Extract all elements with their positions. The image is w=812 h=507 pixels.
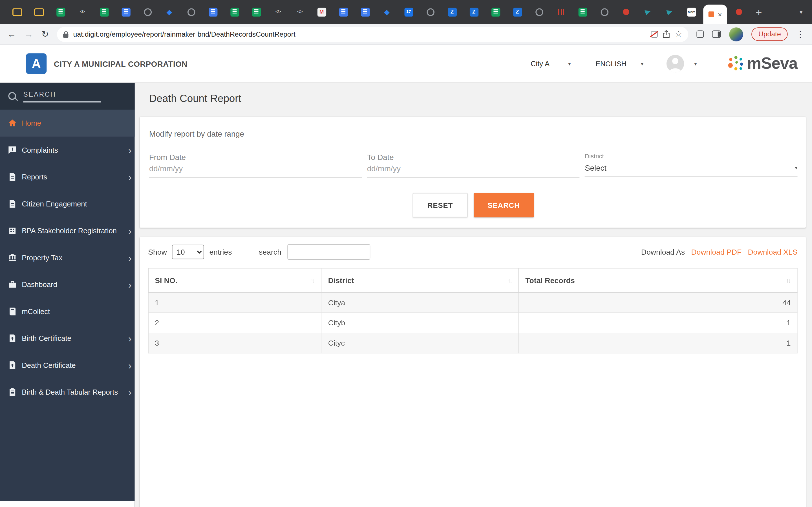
sidebar-item-mcollect[interactable]: mCollect bbox=[0, 298, 135, 325]
pinned-tab[interactable] bbox=[728, 0, 750, 24]
sidebar-item-birth-certificate[interactable]: Birth Certificate › bbox=[0, 325, 135, 352]
pinned-tab[interactable]: M bbox=[311, 0, 333, 24]
pinned-tab[interactable]: Z bbox=[506, 0, 528, 24]
active-tab[interactable]: × bbox=[703, 5, 727, 24]
sidebar-item-bpa-stakeholder-registration[interactable]: BPA Stakeholder Registration › bbox=[0, 217, 135, 244]
sidebar-item-citizen-engagement[interactable]: Citizen Engagement bbox=[0, 190, 135, 217]
tab-search-chevron-icon[interactable]: ▾ bbox=[800, 8, 806, 15]
pinned-tab[interactable]: Z bbox=[463, 0, 485, 24]
sort-icon[interactable]: ↑↓ bbox=[786, 277, 791, 283]
download-pdf-link[interactable]: Download PDF bbox=[691, 248, 742, 256]
share-icon[interactable] bbox=[662, 30, 670, 38]
pinned-tab[interactable] bbox=[419, 0, 441, 24]
cell-slno: 3 bbox=[148, 333, 321, 353]
browser-menu-icon[interactable]: ⋮ bbox=[796, 30, 805, 39]
url-text[interactable]: uat.digit.org/employee/report/rainmaker-… bbox=[73, 30, 646, 38]
tab-favicon-icon bbox=[491, 8, 500, 16]
reset-button[interactable]: RESET bbox=[413, 193, 467, 217]
column-header-total-records[interactable]: Total Records↑↓ bbox=[519, 268, 797, 292]
pinned-tab[interactable] bbox=[550, 0, 572, 24]
pinned-tab[interactable]: Z bbox=[441, 0, 463, 24]
sidebar-item-home[interactable]: Home bbox=[0, 110, 135, 136]
chevron-right-icon: › bbox=[128, 145, 132, 155]
sidebar-item-dashboard[interactable]: Dashboard › bbox=[0, 271, 135, 298]
table-search-input[interactable] bbox=[288, 244, 370, 260]
sort-icon[interactable]: ↑↓ bbox=[310, 277, 315, 283]
sidebar-item-death-certificate[interactable]: Death Certificate › bbox=[0, 352, 135, 379]
building-icon bbox=[8, 226, 17, 235]
from-date-field[interactable]: From Date bbox=[149, 153, 362, 177]
cell-total-records: 1 bbox=[519, 333, 797, 353]
chrome-update-button[interactable]: Update bbox=[752, 27, 788, 41]
to-date-field[interactable]: To Date bbox=[367, 153, 580, 177]
pinned-tab[interactable] bbox=[594, 0, 615, 24]
entries-label: entries bbox=[209, 248, 232, 256]
user-menu[interactable]: ▾ bbox=[666, 55, 697, 72]
site-info-lock-icon[interactable] bbox=[63, 33, 68, 38]
search-button[interactable]: SEARCH bbox=[474, 193, 534, 217]
pinned-tab[interactable]: ◆ bbox=[158, 0, 180, 24]
pinned-tab[interactable]: </> bbox=[267, 0, 289, 24]
pinned-tab[interactable] bbox=[223, 0, 245, 24]
pinned-tab[interactable] bbox=[333, 0, 354, 24]
tab-favicon-icon: Z bbox=[469, 8, 478, 16]
pinned-tab[interactable] bbox=[202, 0, 223, 24]
pinned-tab[interactable] bbox=[485, 0, 506, 24]
sidebar-item-property-tax[interactable]: Property Tax › bbox=[0, 244, 135, 271]
pinned-tabs bbox=[728, 0, 750, 24]
page-size-select[interactable]: 10 bbox=[172, 245, 204, 259]
pinned-tab[interactable] bbox=[615, 0, 637, 24]
sidebar: Home Complaints › Reports › Citizen Enga… bbox=[0, 82, 135, 507]
back-icon[interactable]: ← bbox=[7, 30, 16, 39]
side-panel-icon[interactable] bbox=[712, 31, 721, 38]
address-bar[interactable]: uat.digit.org/employee/report/rainmaker-… bbox=[57, 27, 689, 42]
column-header-district[interactable]: District↑↓ bbox=[322, 268, 519, 292]
cell-slno: 2 bbox=[148, 313, 321, 333]
pinned-tab[interactable] bbox=[246, 0, 267, 24]
table-search-label: search bbox=[259, 248, 282, 256]
city-selector[interactable]: City A ▾ bbox=[530, 59, 571, 68]
pinned-tab[interactable]: ◆ bbox=[376, 0, 398, 24]
pinned-tab[interactable] bbox=[528, 0, 550, 24]
forward-icon[interactable]: → bbox=[24, 30, 33, 39]
sidebar-item-birth-death-tabular-reports[interactable]: Birth & Death Tabular Reports › bbox=[0, 379, 135, 406]
results-card: Show 10 entries search Download As Downl… bbox=[140, 237, 806, 507]
district-select[interactable]: District Select ▾ bbox=[585, 153, 797, 177]
pinned-tab[interactable] bbox=[28, 0, 50, 24]
pinned-tab[interactable] bbox=[354, 0, 376, 24]
pinned-tab[interactable] bbox=[115, 0, 137, 24]
reload-icon[interactable]: ↻ bbox=[42, 30, 49, 39]
bookmark-star-icon[interactable]: ☆ bbox=[675, 30, 682, 38]
sort-icon[interactable]: ↑↓ bbox=[508, 277, 513, 283]
tab-close-icon[interactable]: × bbox=[718, 11, 722, 18]
reading-list-icon[interactable] bbox=[697, 31, 704, 38]
page-title: Death Count Report bbox=[149, 93, 812, 105]
sidebar-item-label: Birth Certificate bbox=[22, 334, 121, 342]
language-selector[interactable]: ENGLISH ▾ bbox=[596, 60, 644, 68]
pinned-tab[interactable]: 17 bbox=[398, 0, 419, 24]
blocked-permission-icon[interactable] bbox=[651, 31, 658, 38]
tab-favicon-icon bbox=[426, 8, 435, 16]
browser-profile-avatar[interactable] bbox=[729, 27, 744, 41]
download-xls-link[interactable]: Download XLS bbox=[748, 248, 797, 256]
sidebar-item-complaints[interactable]: Complaints › bbox=[0, 136, 135, 164]
pinned-tab[interactable]: </> bbox=[289, 0, 311, 24]
to-date-input[interactable] bbox=[367, 163, 580, 177]
pinned-tab[interactable]: </> bbox=[71, 0, 93, 24]
pinned-tab[interactable] bbox=[6, 0, 28, 24]
pinned-tab[interactable] bbox=[50, 0, 71, 24]
new-tab-button[interactable]: + bbox=[750, 6, 767, 17]
sidebar-search-input[interactable] bbox=[23, 90, 101, 103]
pinned-tab[interactable] bbox=[637, 0, 659, 24]
pinned-tab[interactable] bbox=[572, 0, 594, 24]
sidebar-item-reports[interactable]: Reports › bbox=[0, 163, 135, 190]
from-date-input[interactable] bbox=[149, 163, 362, 177]
pinned-tab[interactable] bbox=[137, 0, 158, 24]
active-tab-favicon-icon bbox=[709, 11, 714, 17]
pinned-tab[interactable] bbox=[180, 0, 202, 24]
sidebar-item-label: Dashboard bbox=[22, 281, 121, 289]
pinned-tab[interactable] bbox=[659, 0, 680, 24]
pinned-tab[interactable]: DIGIT bbox=[680, 0, 702, 24]
column-header-slno[interactable]: SI NO.↑↓ bbox=[148, 268, 321, 292]
pinned-tab[interactable] bbox=[93, 0, 115, 24]
